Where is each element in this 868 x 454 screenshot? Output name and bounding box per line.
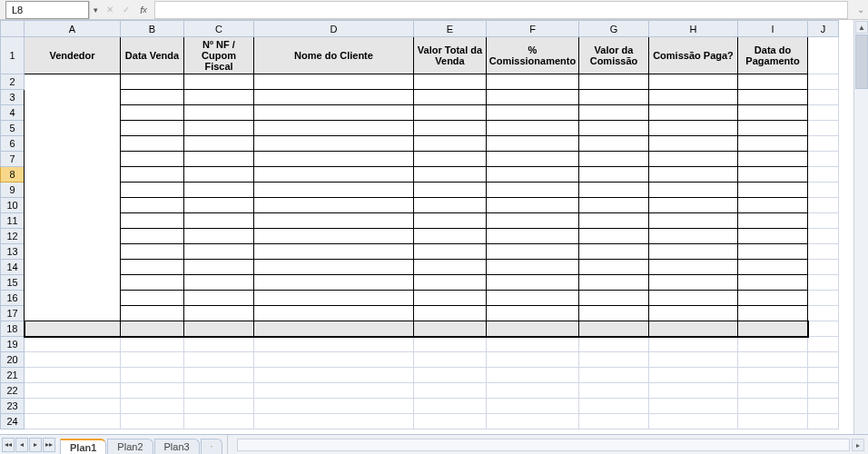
cell-J19[interactable] (808, 337, 839, 352)
data-cell-C16[interactable] (184, 291, 254, 306)
cell-J23[interactable] (808, 399, 839, 414)
cell-E24[interactable] (414, 414, 487, 429)
data-cell-D8[interactable] (254, 167, 414, 183)
cell-E23[interactable] (414, 399, 487, 414)
scroll-right-icon[interactable]: ▸ (852, 439, 864, 451)
scroll-thumb[interactable] (855, 35, 868, 89)
data-cell-E11[interactable] (414, 213, 487, 229)
data-cell-F2[interactable] (487, 74, 579, 90)
column-header-H[interactable]: H (649, 21, 738, 37)
cell-G19[interactable] (579, 337, 649, 352)
data-cell-D15[interactable] (254, 275, 414, 291)
data-cell-D17[interactable] (254, 306, 414, 321)
cell-I23[interactable] (738, 399, 808, 414)
scroll-up-icon[interactable]: ▲ (855, 21, 868, 34)
data-cell-F11[interactable] (487, 213, 579, 229)
row-header-6[interactable]: 6 (1, 136, 25, 152)
footer-cell-G[interactable] (579, 321, 649, 337)
cell-D22[interactable] (254, 383, 414, 399)
cell-J22[interactable] (808, 383, 839, 399)
data-cell-F9[interactable] (487, 183, 579, 198)
data-cell-C11[interactable] (184, 213, 254, 229)
cell-J21[interactable] (808, 368, 839, 383)
cell-J16[interactable] (808, 291, 839, 306)
select-all-corner[interactable] (1, 21, 25, 37)
cell-C20[interactable] (184, 352, 254, 368)
data-cell-G4[interactable] (579, 105, 649, 121)
data-cell-F10[interactable] (487, 198, 579, 213)
column-header-E[interactable]: E (414, 21, 487, 37)
footer-cell-F[interactable] (487, 321, 579, 337)
data-cell-D4[interactable] (254, 105, 414, 121)
vertical-scrollbar[interactable]: ▲ (853, 20, 868, 434)
cell-G21[interactable] (579, 368, 649, 383)
cell-J15[interactable] (808, 275, 839, 291)
footer-cell-E[interactable] (414, 321, 487, 337)
footer-cell-H[interactable] (649, 321, 738, 337)
data-cell-I10[interactable] (738, 198, 808, 213)
tab-nav-next-icon[interactable]: ▸ (29, 438, 42, 452)
data-cell-I12[interactable] (738, 229, 808, 244)
cell-J4[interactable] (808, 105, 839, 121)
data-cell-E5[interactable] (414, 121, 487, 136)
cell-G20[interactable] (579, 352, 649, 368)
data-cell-E4[interactable] (414, 105, 487, 121)
data-cell-D14[interactable] (254, 260, 414, 275)
sheet-tab-plan1[interactable]: Plan1 (60, 439, 106, 454)
data-cell-I3[interactable] (738, 90, 808, 105)
data-cell-F14[interactable] (487, 260, 579, 275)
data-cell-H8[interactable] (649, 167, 738, 183)
data-cell-F17[interactable] (487, 306, 579, 321)
cell-H20[interactable] (649, 352, 738, 368)
data-cell-E12[interactable] (414, 229, 487, 244)
data-cell-B5[interactable] (121, 121, 184, 136)
header-cell-G[interactable]: Valor da Comissão (579, 37, 649, 74)
cell-J20[interactable] (808, 352, 839, 368)
footer-cell-C[interactable] (184, 321, 254, 337)
row-header-23[interactable]: 23 (1, 399, 25, 414)
data-cell-D3[interactable] (254, 90, 414, 105)
cell-A19[interactable] (25, 337, 121, 352)
horizontal-scrollbar[interactable]: ▸ (227, 435, 868, 454)
data-cell-C5[interactable] (184, 121, 254, 136)
data-cell-B9[interactable] (121, 183, 184, 198)
data-cell-D11[interactable] (254, 213, 414, 229)
cell-J5[interactable] (808, 121, 839, 136)
row-header-7[interactable]: 7 (1, 152, 25, 167)
data-cell-B16[interactable] (121, 291, 184, 306)
data-cell-D7[interactable] (254, 152, 414, 167)
row-header-21[interactable]: 21 (1, 368, 25, 383)
cell-J9[interactable] (808, 183, 839, 198)
formula-input[interactable] (154, 1, 848, 19)
tab-nav-last-icon[interactable]: ▸▸ (43, 438, 55, 452)
row-header-4[interactable]: 4 (1, 105, 25, 121)
cell-A23[interactable] (25, 399, 121, 414)
cell-I24[interactable] (738, 414, 808, 429)
data-cell-G16[interactable] (579, 291, 649, 306)
cell-D20[interactable] (254, 352, 414, 368)
data-cell-G9[interactable] (579, 183, 649, 198)
cell-D23[interactable] (254, 399, 414, 414)
row-header-5[interactable]: 5 (1, 121, 25, 136)
data-cell-H9[interactable] (649, 183, 738, 198)
data-cell-G14[interactable] (579, 260, 649, 275)
data-cell-C4[interactable] (184, 105, 254, 121)
data-cell-C9[interactable] (184, 183, 254, 198)
data-cell-G8[interactable] (579, 167, 649, 183)
formula-expand-icon[interactable]: ⌄ (853, 5, 868, 15)
row-header-17[interactable]: 17 (1, 306, 25, 321)
fx-icon[interactable]: fx (134, 5, 153, 15)
cell-G23[interactable] (579, 399, 649, 414)
data-cell-I11[interactable] (738, 213, 808, 229)
cell-D24[interactable] (254, 414, 414, 429)
data-cell-C8[interactable] (184, 167, 254, 183)
cell-H23[interactable] (649, 399, 738, 414)
tab-nav-first-icon[interactable]: ◂◂ (2, 438, 15, 452)
cell-J10[interactable] (808, 198, 839, 213)
data-cell-H5[interactable] (649, 121, 738, 136)
cell-J14[interactable] (808, 260, 839, 275)
cell-F23[interactable] (487, 399, 579, 414)
data-cell-D10[interactable] (254, 198, 414, 213)
cell-G22[interactable] (579, 383, 649, 399)
data-cell-B6[interactable] (121, 136, 184, 152)
